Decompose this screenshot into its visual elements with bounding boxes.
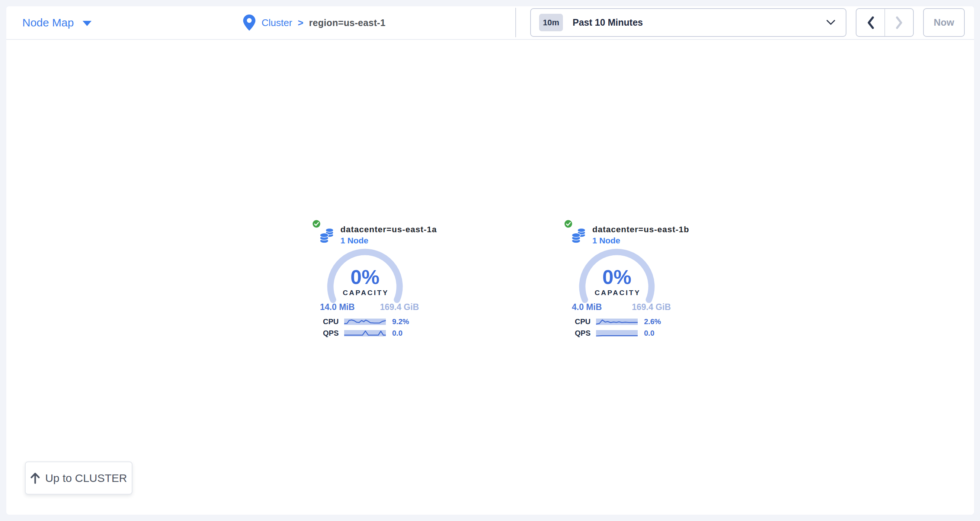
capacity-gauge: 0% CAPACITY (575, 248, 659, 308)
capacity-used-value: 14.0 MiB (320, 302, 355, 312)
cpu-metric-row: CPU 9.2% (323, 317, 423, 327)
chevron-left-icon (867, 16, 874, 29)
qps-value: 0.0 (644, 329, 654, 338)
location-pin-icon (243, 14, 256, 31)
arrow-up-icon (30, 472, 40, 484)
qps-value: 0.0 (392, 329, 402, 338)
cpu-label: CPU (323, 317, 344, 326)
qps-sparkline (596, 330, 638, 336)
datacenter-node-count: 1 Node (592, 236, 620, 245)
qps-label: QPS (575, 329, 596, 338)
breadcrumb: Cluster > region=us-east-1 (243, 6, 385, 39)
cpu-value: 2.6% (644, 317, 661, 326)
top-bar: Node Map Cluster > region=us-east-1 10m … (6, 6, 974, 40)
capacity-label: CAPACITY (595, 289, 641, 296)
time-window-badge: 10m (539, 14, 563, 31)
time-step-forward-button[interactable] (885, 9, 913, 36)
node-map-screen: Node Map Cluster > region=us-east-1 10m … (0, 0, 980, 521)
time-window-label: Past 10 Minutes (573, 17, 643, 28)
cpu-sparkline (596, 319, 638, 325)
datacenter-title: datacenter=us-east-1b (592, 225, 689, 234)
cpu-sparkline (344, 319, 386, 325)
healthy-check-icon (564, 219, 573, 228)
datacenter-card-us-east-1b[interactable]: datacenter=us-east-1b 1 Node 0% CAPACITY… (564, 218, 680, 346)
cpu-metric-row: CPU 2.6% (575, 317, 675, 327)
up-to-cluster-label: Up to CLUSTER (45, 472, 127, 484)
capacity-values-row: 4.0 MiB 169.4 GiB (572, 302, 671, 312)
breadcrumb-current-region: region=us-east-1 (309, 18, 386, 28)
cpu-value: 9.2% (392, 317, 409, 326)
capacity-gauge: 0% CAPACITY (323, 248, 407, 308)
header-divider (515, 8, 516, 37)
capacity-label: CAPACITY (343, 289, 389, 296)
page-container: Node Map Cluster > region=us-east-1 10m … (6, 6, 974, 515)
time-step-controls (856, 8, 914, 37)
now-button[interactable]: Now (923, 8, 965, 37)
capacity-used-value: 4.0 MiB (572, 302, 602, 312)
healthy-check-icon (312, 219, 321, 228)
capacity-percent: 0% (350, 266, 380, 288)
up-to-cluster-button[interactable]: Up to CLUSTER (25, 462, 132, 495)
database-stack-icon (319, 227, 335, 244)
capacity-percent: 0% (602, 266, 632, 288)
capacity-total-value: 169.4 GiB (632, 302, 671, 312)
time-window-dropdown[interactable]: 10m Past 10 Minutes (530, 8, 846, 37)
breadcrumb-cluster-link[interactable]: Cluster (262, 17, 292, 29)
qps-metric-row: QPS 0.0 (575, 328, 675, 338)
capacity-values-row: 14.0 MiB 169.4 GiB (320, 302, 419, 312)
cpu-label: CPU (575, 317, 596, 326)
datacenter-title: datacenter=us-east-1a (340, 225, 437, 234)
caret-down-icon (83, 21, 92, 26)
qps-metric-row: QPS 0.0 (323, 328, 423, 338)
breadcrumb-separator: > (298, 17, 303, 29)
chevron-right-icon (896, 16, 903, 29)
datacenter-card-us-east-1a[interactable]: datacenter=us-east-1a 1 Node 0% CAPACITY… (312, 218, 428, 346)
chevron-down-icon (826, 20, 835, 25)
qps-sparkline (344, 330, 386, 336)
qps-label: QPS (323, 329, 344, 338)
database-stack-icon (571, 227, 587, 244)
time-step-back-button[interactable] (856, 9, 885, 36)
view-selector-label: Node Map (22, 16, 74, 29)
view-selector-dropdown[interactable]: Node Map (22, 6, 92, 39)
datacenter-node-count: 1 Node (340, 236, 368, 245)
capacity-total-value: 169.4 GiB (380, 302, 419, 312)
